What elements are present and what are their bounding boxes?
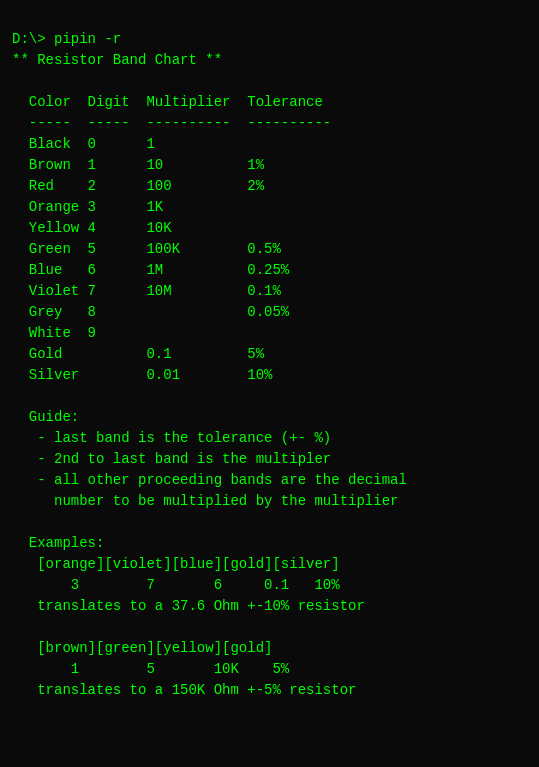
terminal-line: Silver 0.01 10% [12, 365, 527, 386]
terminal-line: - all other proceeding bands are the dec… [12, 470, 527, 491]
terminal-line [12, 386, 527, 407]
terminal-line: ** Resistor Band Chart ** [12, 50, 527, 71]
terminal-line: translates to a 37.6 Ohm +-10% resistor [12, 596, 527, 617]
terminal-line: - last band is the tolerance (+- %) [12, 428, 527, 449]
terminal-line: Color Digit Multiplier Tolerance [12, 92, 527, 113]
terminal-line: Violet 7 10M 0.1% [12, 281, 527, 302]
terminal-line: Examples: [12, 533, 527, 554]
terminal-line: 1 5 10K 5% [12, 659, 527, 680]
terminal-output: D:\> pipin -r** Resistor Band Chart ** C… [12, 8, 527, 701]
terminal-line [12, 512, 527, 533]
terminal-line: Grey 8 0.05% [12, 302, 527, 323]
terminal-line: D:\> pipin -r [12, 29, 527, 50]
terminal-line: Yellow 4 10K [12, 218, 527, 239]
terminal-line: Red 2 100 2% [12, 176, 527, 197]
terminal-line: Green 5 100K 0.5% [12, 239, 527, 260]
terminal-line [12, 617, 527, 638]
terminal-line: Guide: [12, 407, 527, 428]
terminal-line: Black 0 1 [12, 134, 527, 155]
terminal-line: Gold 0.1 5% [12, 344, 527, 365]
terminal-line [12, 71, 527, 92]
terminal-line: ----- ----- ---------- ---------- [12, 113, 527, 134]
terminal-line: - 2nd to last band is the multipler [12, 449, 527, 470]
terminal-line: Orange 3 1K [12, 197, 527, 218]
terminal-line: translates to a 150K Ohm +-5% resistor [12, 680, 527, 701]
terminal-line: [brown][green][yellow][gold] [12, 638, 527, 659]
terminal-line: Blue 6 1M 0.25% [12, 260, 527, 281]
terminal-line: Brown 1 10 1% [12, 155, 527, 176]
terminal-line: 3 7 6 0.1 10% [12, 575, 527, 596]
terminal-line: number to be multiplied by the multiplie… [12, 491, 527, 512]
terminal-line: [orange][violet][blue][gold][silver] [12, 554, 527, 575]
terminal-line: White 9 [12, 323, 527, 344]
